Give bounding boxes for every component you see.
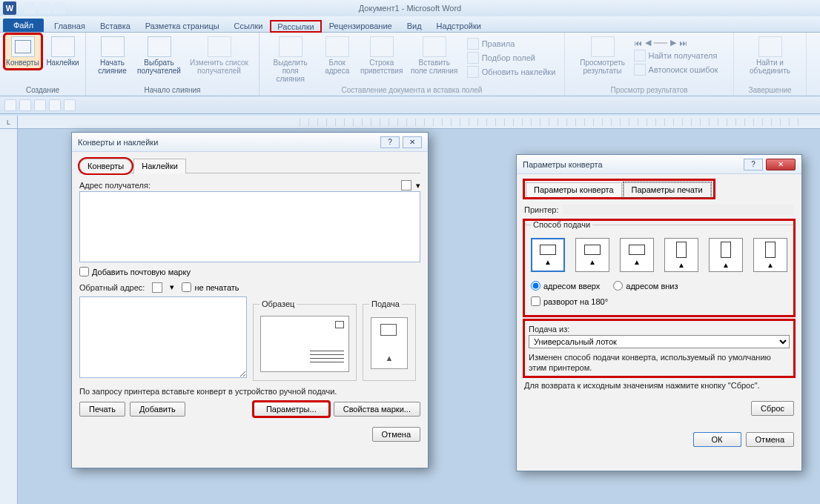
ribbon: Конверты Наклейки Создание Начать слияни… <box>0 33 820 96</box>
print-button[interactable]: Печать <box>79 402 125 417</box>
qat-undo-icon[interactable] <box>39 2 50 14</box>
find-icon <box>634 50 646 62</box>
tab-print-params[interactable]: Параметры печати <box>624 182 711 197</box>
qat-save-icon[interactable] <box>24 2 36 14</box>
envelopes-button[interactable]: Конверты <box>4 34 42 69</box>
tab-home[interactable]: Главная <box>47 19 93 32</box>
dialog2-cancel-button[interactable]: Отмена <box>746 432 794 447</box>
secondary-toolbar <box>0 96 820 114</box>
quickprint-icon[interactable] <box>49 99 61 111</box>
envelope-params-dialog: Параметры конверта ? ✕ Параметры конверт… <box>516 154 802 471</box>
stamp-props-button[interactable]: Свойства марки... <box>334 402 420 417</box>
feed-opt-6[interactable]: ▲ <box>753 238 787 272</box>
recipient-address-input[interactable] <box>79 191 420 262</box>
greeting-icon <box>370 36 394 57</box>
quick-access-toolbar <box>24 2 65 14</box>
tab-references[interactable]: Ссылки <box>227 19 271 32</box>
return-address-input[interactable] <box>79 296 247 378</box>
envelopes-labels-dialog: Конверты и наклейки ? ✕ Конверты Наклейк… <box>71 132 429 468</box>
printer-name <box>563 205 794 215</box>
preview-icon[interactable] <box>19 99 31 111</box>
tab-review[interactable]: Рецензирование <box>322 19 400 32</box>
finish-merge-button[interactable]: Найти и объединить <box>742 34 798 77</box>
add-stamp-checkbox[interactable]: Добавить почтовую марку <box>79 267 420 276</box>
tab-file[interactable]: Файл <box>3 19 44 32</box>
dropdown-arrow2-icon[interactable]: ▾ <box>170 282 174 292</box>
auto-check-button[interactable]: Автопоиск ошибок <box>631 63 721 76</box>
tab-view[interactable]: Вид <box>400 19 429 32</box>
feed-fieldset: Подача <box>363 299 416 381</box>
compose-extras: Правила Подбор полей Обновить наклейки <box>464 34 559 85</box>
match-fields-button[interactable]: Подбор полей <box>464 51 559 64</box>
titlebar: W Документ1 - Microsoft Word <box>0 0 820 16</box>
finish-icon <box>758 36 782 57</box>
spelling-icon[interactable] <box>64 99 76 111</box>
tab-addins[interactable]: Надстройки <box>429 19 489 32</box>
horizontal-ruler[interactable] <box>18 116 820 129</box>
no-print-checkbox[interactable]: не печатать <box>182 282 239 292</box>
dialog1-close-button[interactable]: ✕ <box>403 136 422 148</box>
labels-button[interactable]: Наклейки <box>44 34 82 69</box>
printer-label: Принтер: <box>524 205 558 214</box>
feed-opt-3[interactable]: ▲ <box>620 238 654 272</box>
tab-labels[interactable]: Наклейки <box>133 159 186 173</box>
vertical-ruler[interactable] <box>0 129 18 504</box>
preview-results-button[interactable]: Просмотреть результаты <box>578 34 628 77</box>
dialog1-cancel-button[interactable]: Отмена <box>372 427 420 442</box>
addressbook-return-icon[interactable] <box>152 282 162 293</box>
tab-mailings[interactable]: Рассылки <box>270 20 321 33</box>
rules-button[interactable]: Правила <box>464 37 559 50</box>
reset-note: Для возврата к исходным значениям нажмит… <box>524 381 794 391</box>
sample-fieldset: Образец <box>253 299 357 381</box>
ok-button[interactable]: ОК <box>693 432 741 447</box>
edit-recipients-icon <box>208 36 231 57</box>
dialog1-tabset: Конверты Наклейки <box>79 158 420 173</box>
address-down-radio[interactable]: адресом вниз <box>613 281 678 291</box>
tab-insert[interactable]: Вставка <box>93 19 138 32</box>
word-logo: W <box>3 1 16 15</box>
tab-page-layout[interactable]: Разметка страницы <box>138 19 227 32</box>
feed-opt-4[interactable]: ▲ <box>664 238 698 272</box>
start-merge-button[interactable]: Начать слияние <box>94 34 131 77</box>
dialog1-help-button[interactable]: ? <box>380 136 400 148</box>
feed-method-fieldset: Способ подачи ▲ ▲ ▲ ▲ ▲ ▲ адресом вверх … <box>524 220 794 316</box>
addressbook-icon[interactable] <box>401 180 411 190</box>
match-icon <box>467 52 479 64</box>
add-button[interactable]: Добавить <box>130 402 185 417</box>
feed-opt-5[interactable]: ▲ <box>709 238 743 272</box>
open-icon[interactable] <box>34 99 46 111</box>
tab-envelope-params[interactable]: Параметры конверта <box>526 182 622 197</box>
feed-options: ▲ ▲ ▲ ▲ ▲ ▲ <box>531 238 787 272</box>
edit-recipients-button[interactable]: Изменить список получателей <box>188 34 251 77</box>
printer-hint: По запросу принтера вставьте конверт в у… <box>79 387 420 396</box>
dialog2-close-button[interactable]: ✕ <box>766 159 796 170</box>
tab-envelopes[interactable]: Конверты <box>79 159 132 173</box>
rotate-checkbox[interactable]: разворот на 180° <box>531 296 787 306</box>
envelope-preview[interactable] <box>260 316 349 372</box>
address-block-button[interactable]: Блок адреса <box>319 34 356 85</box>
parameters-button[interactable]: Параметры... <box>254 402 329 417</box>
record-nav[interactable]: ⏮◀ ▶⏭ <box>631 37 721 48</box>
dialog1-titlebar: Конверты и наклейки ? ✕ <box>72 133 428 152</box>
feed-opt-2[interactable]: ▲ <box>575 238 609 272</box>
highlight-fields-button[interactable]: Выделить поля слияния <box>265 34 316 85</box>
select-recipients-button[interactable]: Выбрать получателей <box>134 34 185 77</box>
view-mode-icon[interactable] <box>4 99 16 111</box>
feed-from-select[interactable]: Универсальный лоток <box>529 335 790 348</box>
qat-redo-icon[interactable] <box>53 2 65 14</box>
dropdown-arrow-icon[interactable]: ▾ <box>416 181 420 190</box>
group-compose: Выделить поля слияния Блок адреса Строка… <box>259 33 565 96</box>
dialog2-help-button[interactable]: ? <box>744 159 763 170</box>
feed-preview[interactable] <box>371 317 408 369</box>
update-labels-button[interactable]: Обновить наклейки <box>464 65 559 79</box>
reset-button[interactable]: Сброс <box>751 401 794 416</box>
insert-field-button[interactable]: Вставить поле слияния <box>408 34 461 85</box>
feed-opt-1[interactable]: ▲ <box>531 238 565 272</box>
find-recipient-button[interactable]: Найти получателя <box>631 49 721 62</box>
highlight-fields-icon <box>279 36 302 57</box>
document-title: Документ1 - Microsoft Word <box>0 4 820 13</box>
preview-extras: ⏮◀ ▶⏭ Найти получателя Автопоиск ошибок <box>631 34 721 77</box>
greeting-line-button[interactable]: Строка приветствия <box>359 34 405 85</box>
dialog2-title: Параметры конверта <box>523 160 603 169</box>
address-up-radio[interactable]: адресом вверх <box>531 281 600 291</box>
